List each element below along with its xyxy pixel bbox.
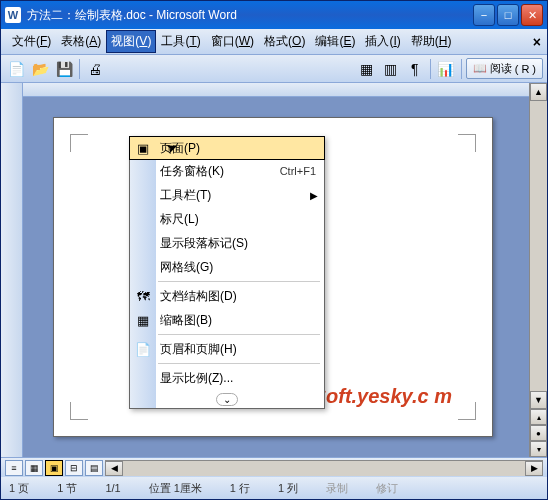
word-app-icon: W: [5, 7, 21, 23]
print-icon[interactable]: 🖨: [84, 58, 106, 80]
menu-item-page-layout[interactable]: ▣ 页面(P) ➤: [129, 136, 325, 160]
menu-table[interactable]: 表格(A): [56, 30, 106, 53]
menu-separator: [158, 363, 320, 364]
watermark-text: Soft.yesky.c m: [313, 385, 452, 408]
web-view-button[interactable]: ▦: [25, 460, 43, 476]
menu-item-toolbars[interactable]: 工具栏(T) ▶: [130, 183, 324, 207]
menu-item-paragraph-marks[interactable]: 显示段落标记(S): [130, 231, 324, 255]
save-icon[interactable]: 💾: [53, 58, 75, 80]
menu-format[interactable]: 格式(O): [259, 30, 310, 53]
browse-object-button[interactable]: ●: [530, 425, 547, 441]
thumbnail-icon: ▦: [134, 313, 152, 328]
submenu-arrow-icon: ▶: [310, 190, 318, 201]
menu-item-header-footer[interactable]: 📄 页眉和页脚(H): [130, 337, 324, 361]
word-app-window: W 方法二：绘制表格.doc - Microsoft Word − □ ✕ 文件…: [0, 0, 548, 500]
scroll-down-button[interactable]: ▼: [530, 391, 547, 409]
reading-view-button[interactable]: ▤: [85, 460, 103, 476]
scroll-up-button[interactable]: ▲: [530, 83, 547, 101]
status-revision: 修订: [376, 481, 398, 496]
menu-item-thumbnails[interactable]: ▦ 缩略图(B): [130, 308, 324, 332]
menu-file[interactable]: 文件(F): [7, 30, 56, 53]
menu-help[interactable]: 帮助(H): [406, 30, 457, 53]
status-column: 1 列: [278, 481, 298, 496]
menu-separator: [158, 334, 320, 335]
margin-corner-icon: [70, 402, 88, 420]
menu-window[interactable]: 窗口(W): [206, 30, 259, 53]
chevron-down-icon: ⌄: [216, 393, 238, 406]
status-position: 位置 1厘米: [149, 481, 202, 496]
close-button[interactable]: ✕: [521, 4, 543, 26]
menu-tools[interactable]: 工具(T): [156, 30, 205, 53]
outline-view-button[interactable]: ⊟: [65, 460, 83, 476]
view-dropdown-menu: ▣ 页面(P) ➤ 任务窗格(K) Ctrl+F1 工具栏(T) ▶ 标尺(L)…: [129, 136, 325, 409]
table-icon[interactable]: ▦: [356, 58, 378, 80]
menu-view[interactable]: 视图(V): [106, 30, 156, 53]
status-record: 录制: [326, 481, 348, 496]
margin-corner-icon: [70, 134, 88, 152]
view-buttons-bar: ≡ ▦ ▣ ⊟ ▤ ◀ ▶: [1, 457, 547, 477]
toolbar-sep: [461, 59, 462, 79]
minimize-button[interactable]: −: [473, 4, 495, 26]
menu-item-ruler[interactable]: 标尺(L): [130, 207, 324, 231]
close-menu-icon[interactable]: ×: [533, 34, 541, 50]
toolbar-sep: [430, 59, 431, 79]
workspace: Soft.yesky.c m ▲ ▼ ▴ ● ▾ ▣ 页面(P) ➤ 任务窗格(…: [1, 83, 547, 457]
normal-view-button[interactable]: ≡: [5, 460, 23, 476]
maximize-button[interactable]: □: [497, 4, 519, 26]
prev-page-button[interactable]: ▴: [530, 409, 547, 425]
toolbar: 📄 📂 💾 🖨 ▦ ▥ ¶ 📊 📖 阅读(R): [1, 55, 547, 83]
header-footer-icon: 📄: [134, 342, 152, 357]
menubar: 文件(F) 表格(A) 视图(V) 工具(T) 窗口(W) 格式(O) 编辑(E…: [1, 29, 547, 55]
menu-expand-button[interactable]: ⌄: [130, 390, 324, 408]
scroll-left-button[interactable]: ◀: [105, 461, 123, 476]
statusbar: 1 页 1 节 1/1 位置 1厘米 1 行 1 列 录制 修订: [1, 477, 547, 499]
columns-icon[interactable]: ▥: [380, 58, 402, 80]
next-page-button[interactable]: ▾: [530, 441, 547, 457]
titlebar: W 方法二：绘制表格.doc - Microsoft Word − □ ✕: [1, 1, 547, 29]
menu-item-gridlines[interactable]: 网格线(G): [130, 255, 324, 279]
scroll-track[interactable]: [123, 461, 525, 476]
toolbar-sep: [79, 59, 80, 79]
menu-item-document-map[interactable]: 🗺 文档结构图(D): [130, 284, 324, 308]
margin-corner-icon: [458, 134, 476, 152]
margin-corner-icon: [458, 402, 476, 420]
new-doc-icon[interactable]: 📄: [5, 58, 27, 80]
status-pages: 1/1: [105, 482, 120, 494]
docmap-icon: 🗺: [134, 289, 152, 304]
menu-insert[interactable]: 插入(I): [360, 30, 405, 53]
scroll-track[interactable]: [530, 101, 547, 391]
scroll-right-button[interactable]: ▶: [525, 461, 543, 476]
page-icon: ▣: [134, 141, 152, 156]
status-line: 1 行: [230, 481, 250, 496]
para-icon[interactable]: ¶: [404, 58, 426, 80]
window-buttons: − □ ✕: [473, 4, 543, 26]
menu-separator: [158, 281, 320, 282]
status-section: 1 节: [57, 481, 77, 496]
status-page: 1 页: [9, 481, 29, 496]
menu-item-zoom[interactable]: 显示比例(Z)...: [130, 366, 324, 390]
window-title: 方法二：绘制表格.doc - Microsoft Word: [27, 7, 473, 24]
chart-icon[interactable]: 📊: [435, 58, 457, 80]
open-icon[interactable]: 📂: [29, 58, 51, 80]
menu-edit[interactable]: 编辑(E): [310, 30, 360, 53]
vertical-scrollbar[interactable]: ▲ ▼ ▴ ● ▾: [529, 83, 547, 457]
print-layout-button[interactable]: ▣: [45, 460, 63, 476]
read-mode-button[interactable]: 📖 阅读(R): [466, 58, 543, 79]
vertical-ruler[interactable]: [1, 83, 23, 457]
horizontal-ruler[interactable]: [23, 83, 529, 97]
menu-item-taskpane[interactable]: 任务窗格(K) Ctrl+F1: [130, 159, 324, 183]
